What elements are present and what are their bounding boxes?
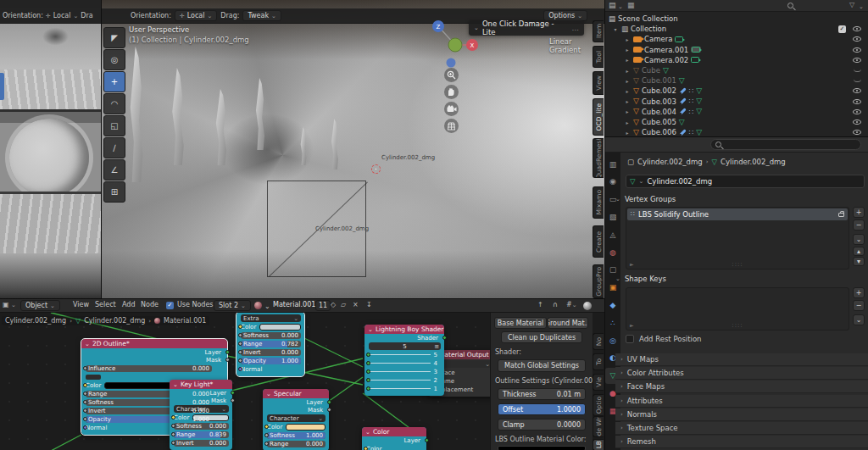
panel-menu-icon[interactable]: … [572,24,580,32]
unlink-close-icon[interactable]: × [353,301,359,308]
breadcrumb-object[interactable]: Cylinder.002_dmg [5,317,66,325]
outliner-row[interactable]: ▸Camera.001 [605,45,868,55]
node-socket[interactable] [171,441,175,445]
color-node[interactable]: ⌄ColorLayerColor [362,427,426,450]
main-3d-viewport[interactable]: Cylinder.002_dmg Cylinder.002_dmg Orient… [102,0,604,298]
eye-visible-icon[interactable] [853,58,861,63]
editor-type-icon[interactable]: ▣ ⌄ [3,301,16,308]
shape-key-specials-button[interactable]: ⌄ [853,314,865,325]
node-editor-tab-lb[interactable]: LB [593,439,604,450]
panel-normals[interactable]: ›Normals [615,408,868,421]
node-editor-tab-node-wran[interactable]: Node Wran [593,416,604,437]
expand-icon[interactable]: ▸ [624,119,631,125]
node-editor-tab-no[interactable]: No [593,333,604,350]
expand-icon[interactable]: ▸ [624,57,631,63]
node-socket[interactable] [366,378,370,382]
outliner-item-name[interactable]: Collection [631,25,666,33]
value-field[interactable]: Softness0.000 [241,332,301,340]
list-grip[interactable]: :::: [732,261,743,268]
measure-tool[interactable]: ∠ [103,159,125,181]
node-socket[interactable] [171,415,175,419]
expand-icon[interactable]: ▸ [624,78,631,84]
lock-icon[interactable] [838,213,844,217]
node-row-slider[interactable]: Opacity1.000 [86,416,224,424]
parent-up-icon[interactable]: ↑ [537,301,543,308]
add-rest-position-row[interactable]: Add Rest Position [626,335,701,343]
mini-selector[interactable] [86,375,101,380]
outliner-item-name[interactable]: Cube.001 [642,76,676,85]
node-socket[interactable] [264,425,269,429]
outliner-row[interactable]: ▾▥Collection✓ [605,24,868,34]
node-row-slider[interactable]: Range0.782 [241,341,301,348]
viewport-tab-mixamo[interactable]: Mixamo [593,186,604,219]
menu-view[interactable]: View [73,301,89,308]
node-socket[interactable] [171,432,175,436]
node-socket[interactable] [238,333,242,337]
node-row-menufield[interactable]: 5≡ [369,343,441,351]
shape-keys-list[interactable]: ► :::: [626,287,849,331]
node-socket[interactable] [83,392,87,396]
node-row-field[interactable]: Softness0.000 [174,423,229,431]
node-row-dashin[interactable]: 3 [369,369,441,376]
value-field[interactable]: Invert0.000 [86,408,212,415]
shape-keys-panel-header[interactable]: ⌄ Shape Keys [615,275,666,283]
dropdown-widget[interactable]: Extra⌄ [241,314,301,322]
panel-face-maps[interactable]: ›Face Maps [615,381,868,393]
ocd-floating-panel-header[interactable]: ⌄ One Click Damage - Lite … [469,20,584,36]
dropdown-widget[interactable]: Character⌄ [267,414,326,422]
node-row-slider[interactable]: Range0.839 [174,431,229,439]
node-socket[interactable] [366,353,370,357]
filter-icon[interactable]: ▽ [849,2,854,8]
color-swatch[interactable] [286,424,326,431]
resize-corner-icon[interactable]: ► [630,322,634,328]
resize-corner-icon[interactable]: ► [630,261,634,267]
clean-up-duplicates-button[interactable]: Clean up Duplicates [501,331,582,343]
outliner-row[interactable]: ▸▽Cube.005▽ [605,117,868,127]
vertex-groups-panel-header[interactable]: ⌄ Vertex Groups [615,195,676,203]
outliner-row[interactable]: ▤Scene Collection [605,14,868,24]
node-row-field[interactable]: Invert0.000 [86,408,224,415]
expand-icon[interactable]: ▸ [624,130,631,136]
eye-visible-icon[interactable] [853,47,861,53]
node-row-dashin[interactable]: 1 [369,386,441,393]
node-socket[interactable] [83,383,87,387]
properties-tab-view-layer-icon[interactable]: ▧ [605,208,620,225]
move-up-button[interactable]: ▴ [853,247,865,256]
shader-node-editor[interactable]: ⌄Material Output⌄SurfaceVolumeDisplaceme… [0,298,604,450]
node-socket[interactable] [83,425,87,430]
node-row-inlabel[interactable]: Color [366,446,423,450]
expand-icon[interactable]: ▸ [624,108,631,114]
viewport-tab-tool[interactable]: Tool [593,46,604,68]
properties-tab-scene-icon[interactable]: ◬ [605,226,620,242]
outliner-item-name[interactable]: Cube [642,66,660,75]
node-socket[interactable] [425,438,429,442]
expand-icon[interactable]: ▸ [624,36,631,42]
slider-widget[interactable]: Range0.839 [174,431,229,439]
orientation-dropdown[interactable]: ✛ Local ⌄ [175,10,217,21]
menu-select[interactable]: Select [95,301,116,308]
node-socket[interactable] [366,361,370,365]
material-preview-icon[interactable] [583,302,592,312]
outliner-row[interactable]: ▸▽Cube.001▽ [605,75,868,86]
viewport-tab-item[interactable]: Item [593,20,604,42]
node-header[interactable]: ⌄2D Outline* [81,339,227,348]
viewport-tab-ocd_lite[interactable]: OCD_lite [593,98,604,136]
node-socket[interactable] [231,398,235,403]
properties-tab-render-icon[interactable]: ◉ [605,174,620,190]
node-row-color[interactable]: Color [267,424,326,431]
node-socket[interactable] [83,366,87,370]
node-row-slider[interactable]: Softness1.000 [267,432,326,440]
breadcrumb-object[interactable]: Cylinder.002_dmg [637,158,703,166]
eye-visible-icon[interactable] [853,130,861,135]
panel-uv-maps[interactable]: ›UV Maps [615,353,868,366]
node-row-field[interactable]: Invert0.000 [241,349,301,357]
outliner-row[interactable]: ▸Camera.002 [605,55,868,65]
orientation-value[interactable]: Local [53,12,71,19]
expand-icon[interactable]: ▸ [624,47,631,53]
node-row-inlabel[interactable]: Normal [241,366,301,374]
node-row-dashin[interactable]: 4 [369,360,441,368]
node-editor-tab-vie[interactable]: Vie [593,374,604,391]
node-row-color[interactable]: Color [241,324,301,331]
node-socket[interactable] [231,391,235,395]
outliner-item-name[interactable]: Camera [644,35,672,43]
